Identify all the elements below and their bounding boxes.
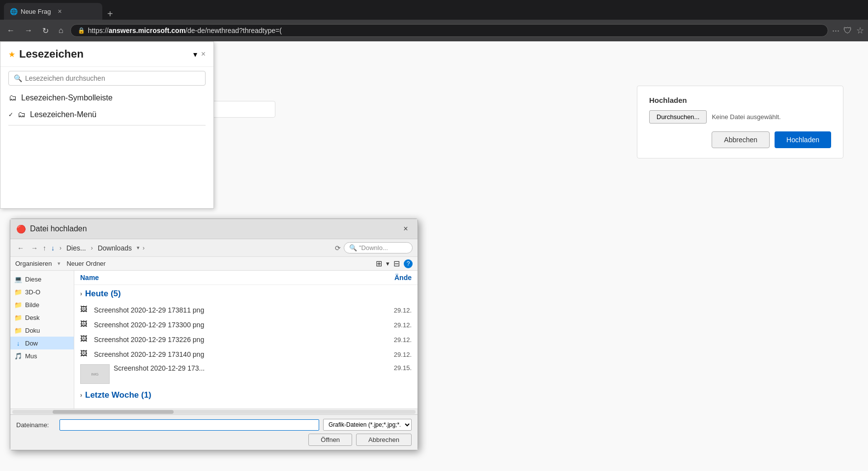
dialog-search-box[interactable]: 🔍 "Downlo... bbox=[344, 242, 413, 253]
file-row-thumb[interactable]: IMG Screenshot 2020-12-29 173... 29.15. bbox=[74, 362, 418, 386]
file-date-1: 29.12. bbox=[306, 307, 412, 314]
more-icon[interactable]: ··· bbox=[832, 26, 839, 36]
tab-close-button[interactable]: × bbox=[58, 7, 61, 15]
bookmarks-menu-icon: ▾ bbox=[193, 50, 197, 59]
help-icon[interactable]: ? bbox=[404, 259, 413, 268]
dialog-up-button[interactable]: ↑ bbox=[43, 244, 46, 252]
file-row-4[interactable]: 🖼 Screenshot 2020-12-29 173140 png 29.12… bbox=[74, 347, 418, 362]
docs-icon: 📁 bbox=[14, 326, 22, 334]
browse-button[interactable]: Durchsuchen... bbox=[649, 110, 707, 124]
folder-icon-2: 🗂 bbox=[17, 110, 26, 119]
desktop-icon: 📁 bbox=[14, 314, 22, 321]
navigation-bar: ← → ↻ ⌂ 🔒 https://answers.microsoft.com/… bbox=[0, 20, 868, 41]
file-dialog-titlebar: 🔴 Datei hochladen × bbox=[10, 219, 418, 239]
view-toggle[interactable]: ▾ bbox=[386, 260, 389, 267]
file-row-2[interactable]: 🖼 Screenshot 2020-12-29 173300 png 29.12… bbox=[74, 317, 418, 332]
filename-row: Dateiname: Grafik-Dateien (*.jpe;*.jpg;*… bbox=[16, 419, 412, 431]
back-button[interactable]: ← bbox=[4, 24, 18, 37]
file-date-3: 29.12. bbox=[306, 336, 412, 344]
footer-buttons: Öffnen Abbrechen bbox=[16, 434, 412, 446]
address-bar[interactable]: 🔒 https://answers.microsoft.com/de-de/ne… bbox=[70, 24, 828, 37]
bookmark-item-symbolleiste[interactable]: 🗂 Lesezeichen-Symbolleiste bbox=[4, 90, 210, 106]
new-tab-button[interactable]: + bbox=[102, 8, 118, 20]
file-group-heute[interactable]: › Heute (5) bbox=[74, 285, 418, 303]
group-chevron-heute: › bbox=[80, 290, 82, 297]
file-name-5: Screenshot 2020-12-29 173... bbox=[114, 364, 312, 372]
file-thumbnail: IMG bbox=[80, 364, 110, 384]
new-folder-button[interactable]: Neuer Ordner bbox=[66, 260, 105, 267]
no-file-text: Keine Datei ausgewählt. bbox=[712, 113, 780, 121]
sidebar-item-3d[interactable]: 📁 3D-O bbox=[10, 285, 74, 298]
horizontal-scrollbar[interactable] bbox=[10, 408, 418, 414]
bookmarks-close-button[interactable]: × bbox=[201, 50, 206, 59]
upload-actions: Abbrechen Hochladen bbox=[649, 131, 831, 148]
dialog-cancel-button[interactable]: Abbrechen bbox=[356, 434, 412, 446]
bookmark-label: Lesezeichen-Symbolleiste bbox=[21, 94, 113, 102]
file-dialog-toolbar: Organisieren ▾ Neuer Ordner ⊞ ▾ ⊟ ? bbox=[10, 257, 418, 271]
bookmark-item-menu[interactable]: ✓ 🗂 Lesezeichen-Menü bbox=[4, 106, 210, 123]
organize-arrow: ▾ bbox=[58, 260, 60, 267]
star-icon[interactable]: ☆ bbox=[856, 25, 864, 36]
bookmarks-header: ★ Lesezeichen ▾ × bbox=[0, 42, 213, 67]
file-icon-2: 🖼 bbox=[80, 320, 90, 330]
sidebar-item-desktop[interactable]: 📁 Desk bbox=[10, 311, 74, 324]
sidebar-item-diese[interactable]: 💻 Diese bbox=[10, 273, 74, 285]
sidebar-item-3d-label: 3D-O bbox=[25, 288, 40, 296]
group-label-heute: Heute (5) bbox=[85, 289, 121, 299]
sidebar-item-downloads[interactable]: ↓ Dow bbox=[10, 337, 74, 349]
file-row-1[interactable]: 🖼 Screenshot 2020-12-29 173811 png 29.12… bbox=[74, 303, 418, 317]
file-dialog: 🔴 Datei hochladen × ← → ↑ ↓ › Dies... › … bbox=[10, 219, 418, 450]
sidebar-item-dokumente[interactable]: 📁 Doku bbox=[10, 324, 74, 337]
active-tab[interactable]: 🌐 Neue Frag × bbox=[4, 3, 102, 20]
dialog-refresh-button[interactable]: ⟳ bbox=[335, 244, 341, 252]
file-dialog-title-text: Datei hochladen bbox=[30, 224, 87, 233]
col-date-header[interactable]: Ände bbox=[301, 274, 412, 282]
file-name-3: Screenshot 2020-12-29 173226 png bbox=[94, 336, 306, 344]
dialog-forward-button[interactable]: → bbox=[29, 243, 40, 253]
forward-button[interactable]: → bbox=[22, 24, 35, 37]
dialog-down-button[interactable]: ↓ bbox=[49, 243, 57, 253]
open-button[interactable]: Öffnen bbox=[308, 434, 352, 446]
tab-title: Neue Frag bbox=[21, 8, 51, 15]
bookmarks-search-input[interactable] bbox=[25, 74, 200, 82]
refresh-button[interactable]: ↻ bbox=[39, 24, 52, 37]
file-dialog-body: 💻 Diese 📁 3D-O 📁 Bilde 📁 Desk bbox=[10, 271, 418, 408]
upload-button[interactable]: Hochladen bbox=[775, 131, 831, 148]
file-name-1: Screenshot 2020-12-29 173811 png bbox=[94, 306, 306, 314]
filename-input[interactable] bbox=[60, 419, 319, 431]
bookmark-label-2: Lesezeichen-Menü bbox=[30, 110, 96, 119]
breadcrumb-item-1[interactable]: Dies... bbox=[64, 243, 88, 253]
file-main-panel: Name Ände › Heute (5) 🖼 Screenshot 2020-… bbox=[74, 271, 418, 408]
breadcrumb-dropdown-icon[interactable]: ▾ bbox=[137, 245, 140, 251]
upload-cancel-button[interactable]: Abbrechen bbox=[712, 131, 770, 148]
sidebar-item-musik[interactable]: 🎵 Mus bbox=[10, 349, 74, 362]
dialog-search-icon: 🔍 bbox=[349, 244, 357, 251]
file-group-letzte-woche[interactable]: › Letzte Woche (1) bbox=[74, 386, 418, 404]
file-icon-1: 🖼 bbox=[80, 305, 90, 315]
url-text: https://answers.microsoft.com/de-de/newt… bbox=[88, 27, 282, 34]
file-icon-4: 🖼 bbox=[80, 349, 90, 359]
dialog-back-button[interactable]: ← bbox=[15, 243, 26, 253]
filename-label: Dateiname: bbox=[16, 421, 56, 429]
file-dialog-close-button[interactable]: × bbox=[400, 223, 412, 235]
check-icon: ✓ bbox=[8, 111, 13, 118]
home-button[interactable]: ⌂ bbox=[56, 24, 66, 37]
filetype-select[interactable]: Grafik-Dateien (*.jpe;*.jpg;*.jpeg;*.gif… bbox=[323, 419, 412, 431]
bookmarks-search-container[interactable]: 🔍 bbox=[8, 71, 206, 86]
group-label-letzte: Letzte Woche (1) bbox=[85, 390, 151, 400]
computer-icon: 💻 bbox=[14, 275, 22, 283]
file-date-4: 29.12. bbox=[306, 351, 412, 358]
view-list-icon[interactable]: ⊞ bbox=[376, 259, 382, 268]
file-row-3[interactable]: 🖼 Screenshot 2020-12-29 173226 png 29.12… bbox=[74, 332, 418, 347]
breadcrumb-current[interactable]: Downloads bbox=[96, 243, 134, 253]
folder-3d-icon: 📁 bbox=[14, 288, 22, 296]
sidebar-item-bilder[interactable]: 📁 Bilde bbox=[10, 298, 74, 311]
col-name-header[interactable]: Name bbox=[80, 274, 301, 282]
preview-icon[interactable]: ⊟ bbox=[393, 259, 400, 268]
sidebar-item-dokumente-label: Doku bbox=[25, 327, 40, 334]
toolbar-left: Organisieren ▾ Neuer Ordner bbox=[15, 260, 106, 267]
breadcrumb-separator-1: › bbox=[60, 245, 61, 251]
organize-menu[interactable]: Organisieren bbox=[15, 260, 52, 267]
sidebar-item-diese-label: Diese bbox=[25, 276, 41, 283]
bookmarks-star-icon: ★ bbox=[8, 50, 15, 59]
